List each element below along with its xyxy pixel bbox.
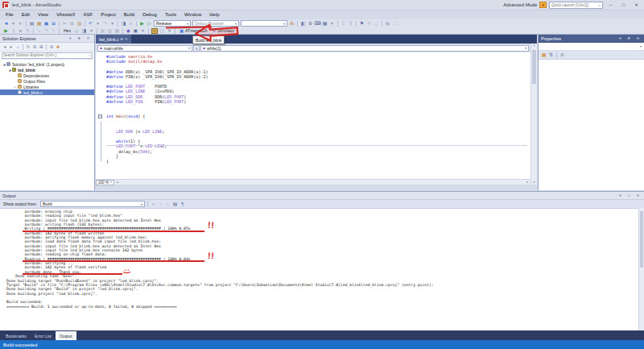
firmware-upgrade-icon[interactable]: ◫ — [159, 27, 166, 35]
se-show-all-files-icon[interactable]: ⊞ — [38, 44, 44, 51]
close-icon[interactable]: ✕ — [634, 192, 642, 199]
scroll-left-icon[interactable]: ◄ — [114, 181, 120, 184]
close-button[interactable]: ✕ — [631, 1, 642, 10]
tree-item-output-files[interactable]: Output Files — [0, 78, 94, 84]
menu-vassistx[interactable]: VAssistX — [52, 10, 80, 19]
properties-object-combo[interactable]: ▾ — [539, 43, 644, 51]
memory-dropdown-icon[interactable]: ▾ — [88, 27, 95, 35]
editor-horizontal-scrollbar[interactable]: 100 % ▾ ◄ ► — [96, 179, 530, 185]
start-without-debugging-icon[interactable]: ▷ — [146, 20, 153, 27]
next-message-icon[interactable]: ↓ — [164, 201, 171, 208]
quick-launch-box[interactable]: ⌕ — [549, 2, 603, 9]
undo-icon[interactable]: ↶ — [87, 20, 94, 27]
refresh-icon[interactable]: ↻ — [365, 20, 373, 27]
editor-vertical-scrollbar[interactable]: ▲ ▼ — [530, 44, 537, 185]
scroll-down-icon[interactable]: ▼ — [531, 181, 537, 185]
monitor-icon[interactable]: ▦ — [321, 20, 328, 27]
solution-explorer-header[interactable]: Solution Explorer ▾✜✕ — [0, 35, 94, 43]
document-tab-led-blink-c[interactable]: led_blink.c ✜ ✕ — [96, 35, 131, 44]
output-vertical-scrollbar[interactable] — [638, 208, 644, 330]
tree-item-led-blink-c[interactable]: led_blink.c — [0, 89, 94, 95]
menu-view[interactable]: View — [34, 10, 52, 19]
monitor-dropdown-icon[interactable]: ▾ — [328, 20, 336, 27]
step-into-icon[interactable]: ↘ — [35, 27, 43, 35]
pin-icon[interactable]: ✜ — [625, 35, 633, 42]
menu-help[interactable]: Help — [205, 10, 223, 19]
tree-item-libraries[interactable]: ▷Libraries — [0, 84, 94, 89]
zoom-control[interactable]: 100 % ▾ — [96, 180, 114, 185]
vassistx-paw-icon[interactable]: ⁂ — [288, 20, 295, 27]
maximize-button[interactable]: □ — [618, 1, 629, 10]
device-filter-combo[interactable]: ▾ — [241, 20, 287, 27]
bookmark-icon[interactable]: ◇ — [373, 20, 380, 27]
nav-forward-icon[interactable]: ► — [17, 20, 24, 27]
code-editor[interactable]: #include <avr/io.h>#include <util/delay.… — [96, 52, 530, 179]
maximize-icon[interactable]: □ — [625, 192, 633, 199]
locals-icon[interactable]: ▥ — [106, 27, 114, 35]
se-properties-icon[interactable]: ⚙ — [48, 44, 55, 51]
tree-item-dependencies[interactable]: Dependencies — [0, 73, 94, 78]
advanced-mode-icon[interactable]: ▼ — [539, 2, 547, 8]
navigate-icon[interactable]: ◨ — [120, 20, 127, 27]
output-header[interactable]: Output ▾□✕ — [0, 192, 644, 200]
memory-view-icon[interactable]: ◨ — [80, 27, 88, 35]
window-position-icon[interactable]: ▾ — [617, 192, 624, 199]
device-programming-icon[interactable] — [151, 28, 158, 34]
registers-icon[interactable]: ▦ — [114, 27, 121, 35]
pin-icon[interactable]: ✜ — [121, 37, 124, 41]
copy-icon[interactable]: ⧉ — [68, 20, 76, 27]
properties-header[interactable]: Properties ▾✜✕ — [539, 35, 644, 43]
scrollbar-thumb[interactable] — [532, 50, 536, 84]
restart-icon[interactable]: ↻ — [24, 27, 31, 35]
window-layout-icon[interactable]: ▣ — [384, 20, 391, 27]
quick-launch-input[interactable] — [551, 3, 598, 7]
se-home-icon[interactable]: ⌂ — [14, 44, 21, 51]
flag-icon[interactable]: ⚑ — [358, 20, 365, 27]
alphabetical-icon[interactable]: ⇅ — [547, 52, 555, 59]
open-file-icon[interactable]: ▦ — [35, 20, 43, 27]
chip-select-icon[interactable]: ◆ — [125, 27, 132, 35]
io-dropdown-icon[interactable]: ▾ — [139, 27, 147, 35]
start-debugging-icon[interactable]: ▶ — [138, 20, 146, 27]
find-icon[interactable]: ⌕ — [127, 20, 134, 27]
properties-grid[interactable] — [539, 60, 644, 190]
window-position-icon[interactable]: ▾ — [67, 35, 74, 42]
menu-asf[interactable]: ASF — [79, 10, 97, 19]
solution-tree[interactable]: ◢Solution 'led_blink' (1 project)◢led_bl… — [0, 60, 94, 190]
nav-back-dropdown-icon[interactable]: ▾ — [10, 20, 17, 27]
se-sync-icon[interactable]: ✜ — [55, 44, 61, 51]
menu-debug[interactable]: Debug — [138, 10, 161, 19]
menu-window[interactable]: Window — [180, 10, 205, 19]
scrollbar-thumb[interactable] — [640, 211, 643, 268]
keyboard-icon[interactable]: ⌨ — [314, 20, 321, 27]
se-collapse-all-icon[interactable]: ⊟ — [31, 44, 38, 51]
attach-icon[interactable]: ◧ — [299, 20, 307, 27]
pin-icon[interactable]: ✜ — [76, 35, 83, 42]
tree-item-led-blink[interactable]: ◢led_blink — [0, 67, 94, 73]
new-file-icon[interactable]: ▤ — [28, 20, 35, 27]
menu-tools[interactable]: Tools — [161, 10, 180, 19]
minimize-button[interactable]: ─ — [605, 1, 616, 10]
se-back-icon[interactable]: ◄ — [2, 44, 8, 51]
comment-icon[interactable]: ∥ — [347, 20, 354, 27]
indent-icon[interactable]: ≡ — [340, 20, 347, 27]
redo-dropdown-icon[interactable]: ▾ — [109, 20, 116, 27]
close-icon[interactable]: ✕ — [125, 37, 128, 41]
step-over-icon[interactable]: ↷ — [43, 27, 50, 35]
scope-dropdown[interactable]: ◆ main.while ▾ — [97, 45, 192, 52]
categorized-icon[interactable]: ▦ — [540, 52, 547, 59]
se-forward-icon[interactable]: ► — [8, 44, 14, 51]
configuration-combo[interactable]: Release ▾ — [154, 20, 191, 27]
fold-collapse-icon[interactable]: − — [98, 114, 102, 118]
nav-spinner[interactable]: ⇅ — [193, 45, 200, 52]
settings-gear-icon[interactable]: ⚙ — [307, 20, 314, 27]
find-message-icon[interactable]: ⌕ — [150, 201, 157, 208]
panel-tab-bookmarks[interactable]: Bookmarks — [2, 331, 31, 340]
property-pages-icon[interactable]: ⚙ — [559, 52, 566, 59]
output-source-combo[interactable]: Build ▾ — [40, 201, 145, 207]
continue-icon[interactable]: ▶ — [2, 27, 10, 35]
panel-tab-error-list[interactable]: Error List — [31, 331, 56, 340]
menu-file[interactable]: File — [2, 10, 18, 19]
solution-search-input[interactable] — [3, 53, 89, 57]
save-all-icon[interactable]: ⊞ — [50, 20, 57, 27]
